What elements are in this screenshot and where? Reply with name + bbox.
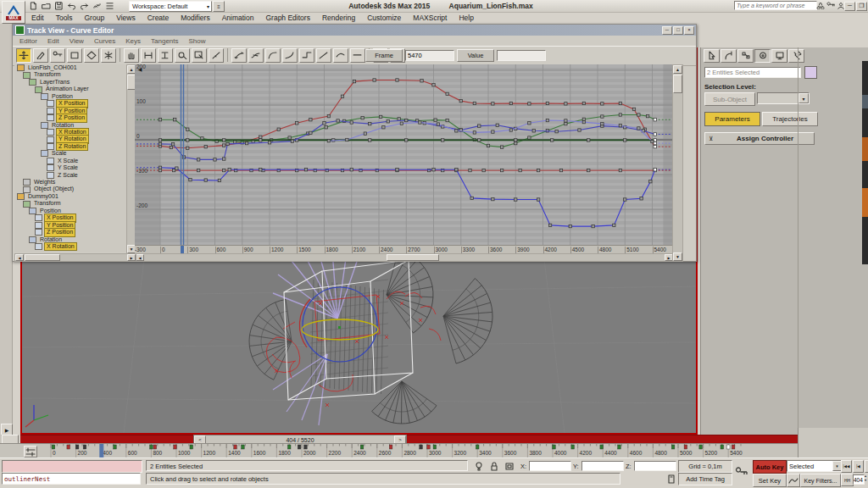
x-position-dummy-key[interactable] — [197, 169, 199, 171]
key-mode-toggle-button[interactable]: HH — [841, 474, 854, 486]
z-rotation-key[interactable] — [396, 169, 398, 171]
z-position-key[interactable] — [442, 139, 444, 141]
zoom-button[interactable] — [175, 48, 190, 63]
z-rotation-key[interactable] — [592, 225, 594, 227]
x-rotation-key[interactable] — [223, 144, 225, 147]
y-position-key[interactable] — [654, 133, 656, 136]
y-position-key[interactable] — [159, 142, 161, 145]
y-position-key[interactable] — [171, 143, 174, 146]
minimize-button[interactable]: ─ — [844, 2, 855, 11]
restore-button[interactable]: ❐ — [856, 2, 867, 11]
trackview-minimize-button[interactable]: ─ — [662, 26, 672, 35]
trackview-menu-curves[interactable]: Curves — [89, 37, 120, 45]
x-position-key[interactable] — [382, 126, 385, 129]
y-rotation-key[interactable] — [288, 136, 291, 139]
y-rotation-key[interactable] — [654, 119, 656, 121]
x-position-key[interactable] — [601, 122, 604, 125]
z-position-key[interactable] — [223, 139, 225, 141]
x-position-key[interactable] — [419, 121, 421, 124]
x-position-dummy-key[interactable] — [519, 169, 521, 171]
quick-save-file-button[interactable] — [53, 1, 64, 11]
search-input[interactable] — [734, 1, 817, 10]
y-position-key[interactable] — [555, 130, 558, 132]
z-position-key[interactable] — [515, 139, 517, 141]
app-menu-edit[interactable]: Edit — [25, 13, 50, 23]
trackview-menu-keys[interactable]: Keys — [120, 37, 146, 45]
tree-item-x-scale[interactable]: X Scale — [14, 158, 126, 164]
app-menu-help[interactable]: Help — [453, 13, 479, 23]
binoculars-button[interactable] — [815, 1, 825, 10]
x-position-key[interactable] — [473, 131, 476, 134]
y-rotation-key[interactable] — [487, 144, 489, 147]
quick-select-link-button[interactable] — [91, 1, 103, 11]
add-time-tag[interactable]: Add Time Tag — [678, 473, 732, 485]
tree-item-y-scale[interactable]: Y Scale — [14, 164, 126, 171]
x-rotation-key[interactable] — [353, 80, 355, 82]
z-position-key[interactable] — [478, 139, 481, 141]
trackview-menu-editor[interactable]: Editor — [14, 37, 42, 45]
y-rotation-key[interactable] — [637, 114, 640, 116]
object-color-swatch[interactable] — [804, 66, 817, 79]
x-rotation-key[interactable] — [186, 147, 189, 149]
randomize-keys-button[interactable] — [101, 48, 116, 63]
z-rotation-key[interactable] — [204, 179, 207, 181]
x-position-key[interactable] — [492, 130, 494, 133]
z-position-key[interactable] — [587, 139, 590, 141]
isolate-selection-icon[interactable] — [473, 461, 485, 471]
panel-tab-hierarchy[interactable] — [737, 49, 754, 63]
y-position-key[interactable] — [309, 131, 312, 134]
trackview-menu-edit[interactable]: Edit — [42, 37, 64, 45]
selection-lock-icon[interactable] — [488, 461, 500, 471]
app-menu-tools[interactable]: Tools — [50, 13, 79, 23]
workspace-more-button[interactable]: ≡ — [213, 1, 225, 12]
z-rotation-key[interactable] — [492, 197, 494, 200]
z-rotation-key[interactable] — [189, 178, 192, 180]
x-position-key[interactable] — [364, 132, 366, 135]
timeline-config-icon[interactable] — [24, 446, 37, 458]
current-frame-field[interactable] — [853, 474, 865, 485]
tree-item-z-rotation[interactable]: Z Rotation — [14, 143, 126, 150]
y-position-key[interactable] — [337, 119, 339, 122]
sub-object-dropdown[interactable]: ▾ — [757, 92, 810, 104]
app-menu-rendering[interactable]: Rendering — [316, 13, 361, 23]
tree-item-x-rotation[interactable]: X Rotation — [14, 243, 126, 250]
x-rotation-key[interactable] — [473, 102, 476, 104]
trackview-titlebar[interactable]: Track View - Curve Editor ─□× — [13, 25, 696, 36]
transform-type-in-icon[interactable] — [504, 461, 515, 471]
z-rotation-key[interactable] — [640, 197, 643, 200]
x-position-key[interactable] — [546, 119, 548, 121]
region-keys-button[interactable] — [67, 48, 82, 63]
y-rotation-key[interactable] — [325, 126, 327, 129]
retime-tool-button[interactable] — [84, 48, 99, 63]
y-position-key[interactable] — [369, 122, 371, 125]
z-position-key[interactable] — [186, 139, 189, 141]
tangents-spline-button[interactable] — [248, 48, 264, 63]
x-position-dummy-key[interactable] — [223, 169, 225, 171]
tangents-fast-button[interactable] — [265, 48, 281, 63]
panel-tab-display[interactable] — [771, 49, 787, 63]
go-to-start-button[interactable]: |◀◀ — [841, 460, 852, 473]
app-menu-create[interactable]: Create — [142, 13, 175, 23]
y-position-key[interactable] — [245, 141, 248, 144]
z-rotation-key[interactable] — [515, 198, 517, 201]
x-position-dummy-key[interactable] — [482, 169, 485, 171]
x-rotation-key[interactable] — [601, 103, 604, 105]
y-rotation-key[interactable] — [619, 114, 621, 116]
z-rotation-key[interactable] — [654, 169, 656, 171]
selection-name-field[interactable]: 2 Entities Selected — [704, 67, 801, 78]
z-rotation-key[interactable] — [470, 197, 473, 199]
trackview-maximize-button[interactable]: □ — [673, 26, 683, 35]
tree-item-transform[interactable]: Transform — [14, 71, 126, 78]
app-menu-animation[interactable]: Animation — [216, 13, 260, 23]
previous-frame-button[interactable]: |◀ — [853, 460, 864, 473]
quick-new-file-button[interactable] — [27, 1, 39, 11]
x-position-key[interactable] — [582, 120, 585, 123]
trajectories-button[interactable]: Trajectories — [762, 112, 818, 126]
x-rotation-key[interactable] — [296, 122, 298, 125]
quick-undo-button[interactable] — [65, 1, 77, 11]
z-rotation-key[interactable] — [569, 225, 571, 227]
y-position-key[interactable] — [350, 121, 353, 124]
z-position-key[interactable] — [259, 139, 262, 141]
x-position-key[interactable] — [509, 129, 512, 131]
x-position-key[interactable] — [528, 122, 531, 125]
